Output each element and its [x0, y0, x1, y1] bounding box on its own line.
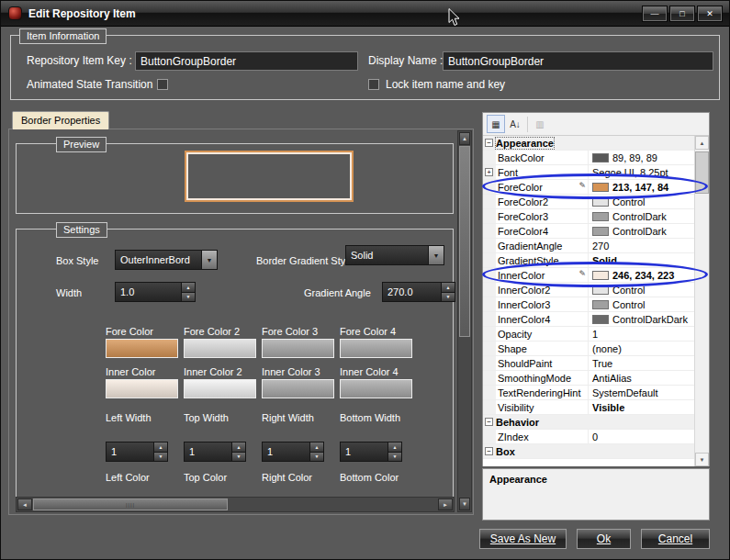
- spin-down-icon[interactable]: ▼: [154, 453, 167, 462]
- color-swatch-box[interactable]: [340, 379, 412, 398]
- scroll-up-icon[interactable]: ▲: [459, 132, 470, 145]
- property-category-appearance[interactable]: −Appearance: [483, 136, 694, 151]
- ok-button[interactable]: Ok: [577, 529, 631, 549]
- property-row-gradientstyle[interactable]: GradientStyleSolid: [483, 253, 694, 268]
- spin-down-icon[interactable]: ▼: [442, 293, 455, 302]
- scroll-down-icon[interactable]: ▼: [459, 498, 470, 510]
- horizontal-scrollbar[interactable]: ◄ |||| ►: [16, 497, 455, 512]
- property-pages-icon[interactable]: ▥: [531, 115, 549, 133]
- property-name[interactable]: Visibility: [496, 400, 588, 414]
- save-as-new-button[interactable]: Save As New: [479, 529, 567, 549]
- property-name[interactable]: InnerColor✎: [496, 268, 588, 282]
- property-name[interactable]: TextRenderingHint: [496, 386, 588, 399]
- spin-up-icon[interactable]: ▲: [182, 283, 195, 293]
- property-value[interactable]: AntiAlias: [588, 371, 694, 385]
- color-swatch-box[interactable]: [106, 379, 178, 398]
- spin-up-icon[interactable]: ▲: [388, 442, 401, 453]
- property-name[interactable]: InnerColor4: [496, 312, 588, 326]
- property-row-gradientangle[interactable]: GradientAngle270: [483, 239, 694, 253]
- property-row-innercolor2[interactable]: InnerColor2Control: [483, 283, 694, 297]
- tab-border-properties[interactable]: Border Properties: [12, 111, 109, 129]
- property-row-innercolor4[interactable]: InnerColor4ControlDarkDark: [483, 312, 694, 327]
- property-row-smoothingmode[interactable]: SmoothingModeAntiAlias: [483, 371, 694, 386]
- spin-up-icon[interactable]: ▲: [232, 442, 245, 453]
- property-row-innercolor3[interactable]: InnerColor3Control: [483, 297, 694, 312]
- property-row-forecolor4[interactable]: ForeColor4ControlDark: [483, 224, 694, 239]
- property-value[interactable]: 270: [588, 239, 694, 252]
- property-name[interactable]: InnerColor3: [496, 297, 588, 311]
- color-swatch-box[interactable]: [184, 339, 256, 358]
- spin-down-icon[interactable]: ▼: [310, 453, 323, 462]
- property-name[interactable]: ShouldPaint: [496, 356, 588, 370]
- property-name[interactable]: BackColor: [496, 151, 588, 164]
- property-row-zindex[interactable]: ZIndex0: [483, 430, 694, 444]
- display-name-input[interactable]: [443, 51, 713, 71]
- property-name[interactable]: Font: [496, 165, 588, 179]
- property-name[interactable]: ForeColor2: [496, 195, 588, 208]
- gradient-angle-stepper[interactable]: 270.0 ▲▼: [382, 282, 455, 302]
- expand-icon[interactable]: +: [485, 168, 493, 176]
- categorized-icon[interactable]: ▦: [487, 115, 505, 133]
- color-swatch-box[interactable]: [262, 379, 334, 398]
- spin-up-icon[interactable]: ▲: [154, 442, 167, 453]
- cancel-button[interactable]: Cancel: [641, 529, 710, 549]
- scroll-down-icon[interactable]: ▼: [695, 453, 709, 466]
- spin-down-icon[interactable]: ▼: [232, 453, 245, 462]
- property-value[interactable]: Control: [588, 283, 694, 297]
- property-row-forecolor2[interactable]: ForeColor2Control: [483, 195, 694, 209]
- property-value[interactable]: 0: [588, 430, 694, 443]
- color-swatch-box[interactable]: [262, 339, 334, 358]
- property-row-textrenderinghint[interactable]: TextRenderingHintSystemDefault: [483, 386, 694, 400]
- property-value[interactable]: 213, 147, 84: [588, 180, 694, 194]
- spin-up-icon[interactable]: ▲: [442, 283, 455, 293]
- property-value[interactable]: (none): [588, 342, 694, 355]
- color-swatch-box[interactable]: [340, 339, 412, 358]
- scroll-up-icon[interactable]: ▲: [695, 136, 709, 150]
- title-bar[interactable]: Edit Repository Item — □ ✕: [1, 1, 729, 27]
- color-swatch-box[interactable]: [184, 379, 256, 398]
- side-width-stepper[interactable]: 1▲▼: [262, 442, 324, 462]
- property-value[interactable]: ControlDark: [588, 209, 694, 223]
- property-row-innercolor[interactable]: InnerColor✎246, 234, 223: [483, 268, 694, 283]
- property-row-forecolor[interactable]: ForeColor✎213, 147, 84: [483, 180, 694, 195]
- property-name[interactable]: Shape: [496, 342, 588, 355]
- scrollbar-thumb[interactable]: [459, 146, 470, 337]
- property-row-opacity[interactable]: Opacity1: [483, 327, 694, 342]
- property-value[interactable]: SystemDefault: [588, 386, 694, 399]
- property-name[interactable]: InnerColor2: [496, 283, 588, 297]
- color-swatch-box[interactable]: [106, 339, 178, 358]
- property-value[interactable]: Control: [588, 195, 694, 208]
- property-value[interactable]: True: [588, 356, 694, 370]
- property-value[interactable]: ControlDark: [588, 224, 694, 238]
- chevron-down-icon[interactable]: ▼: [428, 246, 444, 264]
- property-name[interactable]: GradientStyle: [496, 253, 588, 267]
- property-grid-scrollbar[interactable]: ▲ ▼: [694, 136, 709, 466]
- animated-state-transition-checkbox[interactable]: [157, 79, 168, 90]
- property-category-box[interactable]: −Box: [483, 444, 694, 459]
- alphabetical-sort-icon[interactable]: A↓: [506, 115, 524, 133]
- property-name[interactable]: GradientAngle: [496, 239, 588, 252]
- property-row-shouldpaint[interactable]: ShouldPaintTrue: [483, 356, 694, 371]
- collapse-icon[interactable]: −: [485, 447, 493, 455]
- property-value[interactable]: 1: [588, 327, 694, 341]
- property-name[interactable]: SmoothingMode: [496, 371, 588, 385]
- close-button[interactable]: ✕: [697, 6, 723, 22]
- property-value[interactable]: Segoe UI, 8.25pt: [588, 165, 694, 179]
- property-value[interactable]: Control: [588, 297, 694, 311]
- property-value[interactable]: ControlDarkDark: [588, 312, 694, 326]
- property-value[interactable]: 89, 89, 89: [588, 151, 694, 164]
- scrollbar-thumb[interactable]: [695, 151, 709, 194]
- scrollbar-thumb[interactable]: ||||: [33, 498, 228, 510]
- property-value[interactable]: 246, 234, 223: [588, 268, 694, 282]
- minimize-button[interactable]: —: [642, 6, 668, 22]
- property-row-font[interactable]: +FontSegoe UI, 8.25pt: [483, 165, 694, 180]
- property-row-shape[interactable]: Shape(none): [483, 342, 694, 356]
- spin-down-icon[interactable]: ▼: [182, 293, 195, 302]
- chevron-down-icon[interactable]: ▼: [201, 251, 217, 269]
- border-gradient-style-combo[interactable]: Solid ▼: [345, 245, 444, 265]
- scroll-left-icon[interactable]: ◄: [17, 498, 32, 510]
- property-name[interactable]: ForeColor✎: [496, 180, 588, 194]
- side-width-stepper[interactable]: 1▲▼: [340, 442, 402, 462]
- property-row-visibility[interactable]: VisibilityVisible: [483, 400, 694, 415]
- lock-item-checkbox[interactable]: [368, 79, 379, 90]
